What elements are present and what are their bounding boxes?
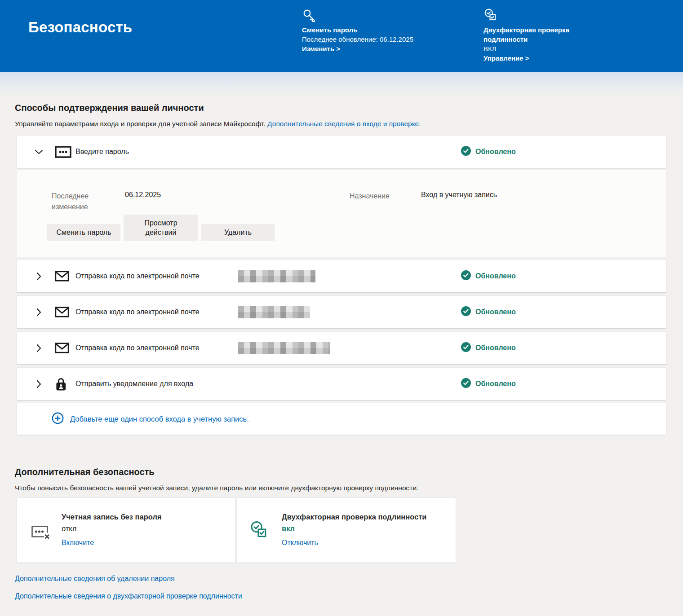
method-row-password[interactable]: Введите пароль Обновлено — [17, 136, 666, 168]
method-row-email-2[interactable]: Отправка кода по электронной почте Обнов… — [17, 296, 666, 328]
page-title: Безопасность — [28, 19, 132, 36]
status-text: Обновлено — [475, 308, 516, 316]
passwordless-enable-link[interactable]: Включите — [62, 539, 94, 547]
status-text: Обновлено — [475, 148, 516, 156]
header-two-factor-panel: Двухфакторная проверка подлинности ВКЛ У… — [483, 8, 596, 63]
purpose-pair: Назначение Вход в учетную запись — [350, 191, 497, 202]
purpose-value: Вход в учетную запись — [421, 191, 497, 202]
method-label: Введите пароль — [75, 148, 129, 156]
check-circle-icon — [461, 146, 471, 158]
check-circle-icon — [461, 378, 471, 390]
last-change-pair: Последнее изменение 06.12.2025 — [52, 191, 161, 212]
status-badge: Обновлено — [461, 342, 516, 354]
check-circle-icon — [461, 342, 471, 354]
sign-in-info-link[interactable]: Дополнительные сведения о входе и провер… — [267, 120, 421, 128]
add-sign-in-method-link[interactable]: Добавьте еще один способ входа в учетную… — [70, 415, 249, 423]
passwordless-title: Учетная запись без пароля — [62, 513, 162, 521]
status-badge: Обновлено — [461, 270, 516, 282]
two-factor-status: ВКЛ — [483, 44, 596, 53]
two-factor-check-icon — [249, 498, 272, 563]
change-password-title: Сменить пароль — [302, 25, 455, 35]
two-factor-title: Двухфакторная проверка подлинности — [483, 25, 596, 44]
method-row-email-1[interactable]: Отправка кода по электронной почте Обнов… — [17, 260, 666, 292]
method-row-notification[interactable]: Отправить уведомление для входа Обновлен… — [17, 368, 666, 400]
status-badge: Обновлено — [461, 378, 516, 390]
mail-icon — [55, 271, 72, 282]
verification-section-heading: Способы подтверждения вашей личности — [15, 103, 666, 113]
check-circle-icon — [461, 306, 471, 318]
masked-email — [238, 270, 315, 282]
change-password-link[interactable]: Изменить > — [302, 44, 455, 53]
password-details-panel: Последнее изменение 06.12.2025 Назначени… — [17, 170, 666, 257]
status-badge: Обновлено — [461, 146, 516, 158]
two-factor-card: Двухфакторная проверка подлинности вкл О… — [237, 498, 456, 563]
status-text: Обновлено — [475, 344, 516, 352]
two-factor-info-link[interactable]: Дополнительные сведения о двухфакторной … — [15, 592, 666, 600]
password-last-update: Последнее обновление: 06.12.2025 — [302, 35, 455, 44]
two-factor-manage-link[interactable]: Управление > — [483, 53, 596, 63]
password-dots-icon — [55, 146, 72, 158]
view-activity-button[interactable]: Просмотр действий — [124, 215, 198, 241]
chevron-right-icon[interactable] — [34, 344, 43, 352]
method-label: Отправка кода по электронной почте — [75, 272, 200, 280]
status-text: Обновлено — [475, 272, 516, 280]
passwordless-card: Учетная запись без пароля откл Включите — [17, 498, 235, 563]
status-badge: Обновлено — [461, 306, 516, 318]
mail-icon — [55, 343, 72, 353]
chevron-right-icon[interactable] — [34, 308, 43, 317]
method-label: Отправка кода по электронной почте — [75, 308, 200, 316]
masked-email — [238, 342, 330, 354]
method-label: Отправка кода по электронной почте — [75, 344, 200, 352]
two-factor-disable-link[interactable]: Отключить — [282, 539, 318, 547]
remove-password-button[interactable]: Удалить — [201, 224, 275, 241]
masked-email — [238, 306, 310, 318]
password-removal-info-link[interactable]: Дополнительные сведения об удалении паро… — [15, 575, 666, 583]
header-change-password-panel: Сменить пароль Последнее обновление: 06.… — [302, 8, 455, 53]
additional-security-heading: Дополнительная безопасность — [15, 467, 666, 477]
header-gradient — [0, 72, 683, 97]
key-icon — [302, 8, 455, 25]
method-label: Отправить уведомление для входа — [75, 380, 193, 388]
password-disabled-icon — [29, 498, 52, 563]
chevron-right-icon[interactable] — [34, 272, 43, 281]
two-factor-card-body: Двухфакторная проверка подлинности вкл О… — [282, 498, 427, 563]
last-change-value: 06.12.2025 — [125, 191, 161, 212]
lock-user-icon — [55, 377, 72, 391]
two-factor-card-status: вкл — [282, 524, 427, 533]
page-header: Безопасность Сменить пароль Последнее об… — [0, 0, 683, 72]
passwordless-status: откл — [62, 524, 162, 533]
passwordless-card-body: Учетная запись без пароля откл Включите — [62, 498, 162, 563]
change-password-button[interactable]: Сменить пароль — [47, 224, 120, 241]
plus-circle-icon — [52, 412, 64, 426]
add-sign-in-method-row[interactable]: Добавьте еще один способ входа в учетную… — [17, 403, 666, 435]
status-text: Обновлено — [475, 380, 516, 388]
chevron-down-icon[interactable] — [34, 150, 43, 154]
additional-security-intro: Чтобы повысить безопасность вашей учетно… — [15, 484, 666, 492]
check-circle-icon — [461, 270, 471, 282]
purpose-label: Назначение — [350, 191, 421, 202]
verification-section-intro: Управляйте параметрами входа и проверки … — [15, 120, 666, 128]
two-factor-check-icon — [483, 8, 596, 25]
password-actions: Сменить пароль Просмотр действий Удалить — [47, 215, 275, 241]
footer-links: Дополнительные сведения об удалении паро… — [15, 575, 666, 600]
two-factor-card-title: Двухфакторная проверка подлинности — [282, 513, 427, 521]
last-change-label: Последнее изменение — [52, 191, 125, 212]
intro-text: Управляйте параметрами входа и проверки … — [15, 120, 266, 128]
chevron-right-icon[interactable] — [34, 380, 43, 388]
mail-icon — [55, 307, 72, 317]
method-row-email-3[interactable]: Отправка кода по электронной почте Обнов… — [17, 332, 666, 364]
